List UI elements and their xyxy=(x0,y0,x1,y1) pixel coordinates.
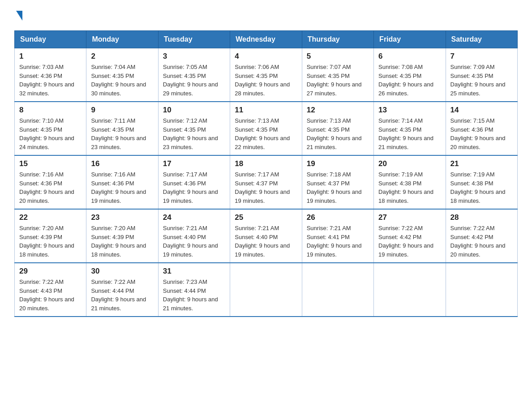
cell-day-number: 6 xyxy=(378,52,441,61)
cell-info: Sunrise: 7:16 AMSunset: 4:36 PMDaylight:… xyxy=(19,170,82,205)
cell-day-number: 3 xyxy=(163,52,225,61)
cell-day-number: 23 xyxy=(91,213,153,222)
cell-info: Sunrise: 7:03 AMSunset: 4:36 PMDaylight:… xyxy=(19,63,82,98)
cell-day-number: 7 xyxy=(450,52,513,61)
cell-day-number: 14 xyxy=(450,106,513,115)
logo-triangle-icon xyxy=(16,11,22,21)
calendar-cell xyxy=(446,263,517,317)
cell-info: Sunrise: 7:13 AMSunset: 4:35 PMDaylight:… xyxy=(307,116,369,151)
cell-day-number: 4 xyxy=(235,52,297,61)
calendar-cell: 29 Sunrise: 7:22 AMSunset: 4:43 PMDaylig… xyxy=(15,263,86,317)
cell-info: Sunrise: 7:22 AMSunset: 4:43 PMDaylight:… xyxy=(19,278,82,313)
cell-info: Sunrise: 7:22 AMSunset: 4:42 PMDaylight:… xyxy=(378,224,441,259)
cell-day-number: 25 xyxy=(235,213,297,222)
calendar-cell: 30 Sunrise: 7:22 AMSunset: 4:44 PMDaylig… xyxy=(86,263,158,317)
cell-day-number: 21 xyxy=(450,159,513,168)
cell-day-number: 8 xyxy=(19,106,82,115)
page-header xyxy=(14,11,518,21)
calendar-table: SundayMondayTuesdayWednesdayThursdayFrid… xyxy=(14,30,518,317)
calendar-cell: 7 Sunrise: 7:09 AMSunset: 4:35 PMDayligh… xyxy=(446,48,517,102)
calendar-cell: 6 Sunrise: 7:08 AMSunset: 4:35 PMDayligh… xyxy=(374,48,446,102)
calendar-week-row: 15 Sunrise: 7:16 AMSunset: 4:36 PMDaylig… xyxy=(15,155,518,209)
cell-info: Sunrise: 7:14 AMSunset: 4:35 PMDaylight:… xyxy=(378,116,441,151)
day-header-friday: Friday xyxy=(374,31,446,48)
calendar-cell: 13 Sunrise: 7:14 AMSunset: 4:35 PMDaylig… xyxy=(374,102,446,155)
day-header-thursday: Thursday xyxy=(302,31,373,48)
cell-day-number: 11 xyxy=(235,106,297,115)
calendar-week-row: 1 Sunrise: 7:03 AMSunset: 4:36 PMDayligh… xyxy=(15,48,518,102)
cell-info: Sunrise: 7:12 AMSunset: 4:35 PMDaylight:… xyxy=(163,116,225,151)
cell-day-number: 26 xyxy=(307,213,369,222)
calendar-cell xyxy=(230,263,302,317)
cell-day-number: 20 xyxy=(378,159,441,168)
cell-info: Sunrise: 7:07 AMSunset: 4:35 PMDaylight:… xyxy=(307,63,369,98)
cell-day-number: 24 xyxy=(163,213,225,222)
cell-info: Sunrise: 7:15 AMSunset: 4:36 PMDaylight:… xyxy=(450,116,513,151)
calendar-cell: 14 Sunrise: 7:15 AMSunset: 4:36 PMDaylig… xyxy=(446,102,517,155)
calendar-cell: 1 Sunrise: 7:03 AMSunset: 4:36 PMDayligh… xyxy=(15,48,86,102)
cell-info: Sunrise: 7:17 AMSunset: 4:37 PMDaylight:… xyxy=(235,170,297,205)
cell-info: Sunrise: 7:09 AMSunset: 4:35 PMDaylight:… xyxy=(450,63,513,98)
cell-day-number: 17 xyxy=(163,159,225,168)
calendar-cell: 20 Sunrise: 7:19 AMSunset: 4:38 PMDaylig… xyxy=(374,155,446,209)
cell-day-number: 22 xyxy=(19,213,82,222)
cell-day-number: 13 xyxy=(378,106,441,115)
cell-info: Sunrise: 7:11 AMSunset: 4:35 PMDaylight:… xyxy=(91,116,153,151)
calendar-cell: 17 Sunrise: 7:17 AMSunset: 4:36 PMDaylig… xyxy=(158,155,230,209)
calendar-cell: 10 Sunrise: 7:12 AMSunset: 4:35 PMDaylig… xyxy=(158,102,230,155)
calendar-cell: 24 Sunrise: 7:21 AMSunset: 4:40 PMDaylig… xyxy=(158,209,230,263)
cell-info: Sunrise: 7:20 AMSunset: 4:39 PMDaylight:… xyxy=(91,224,153,259)
cell-info: Sunrise: 7:19 AMSunset: 4:38 PMDaylight:… xyxy=(450,170,513,205)
calendar-week-row: 29 Sunrise: 7:22 AMSunset: 4:43 PMDaylig… xyxy=(15,263,518,317)
calendar-cell: 19 Sunrise: 7:18 AMSunset: 4:37 PMDaylig… xyxy=(302,155,373,209)
cell-info: Sunrise: 7:22 AMSunset: 4:44 PMDaylight:… xyxy=(91,278,153,313)
cell-info: Sunrise: 7:20 AMSunset: 4:39 PMDaylight:… xyxy=(19,224,82,259)
cell-day-number: 1 xyxy=(19,52,82,61)
cell-info: Sunrise: 7:04 AMSunset: 4:35 PMDaylight:… xyxy=(91,63,153,98)
cell-info: Sunrise: 7:22 AMSunset: 4:42 PMDaylight:… xyxy=(450,224,513,259)
calendar-cell: 11 Sunrise: 7:13 AMSunset: 4:35 PMDaylig… xyxy=(230,102,302,155)
calendar-cell: 5 Sunrise: 7:07 AMSunset: 4:35 PMDayligh… xyxy=(302,48,373,102)
calendar-cell: 18 Sunrise: 7:17 AMSunset: 4:37 PMDaylig… xyxy=(230,155,302,209)
calendar-week-row: 22 Sunrise: 7:20 AMSunset: 4:39 PMDaylig… xyxy=(15,209,518,263)
cell-day-number: 30 xyxy=(91,267,153,276)
calendar-cell: 16 Sunrise: 7:16 AMSunset: 4:36 PMDaylig… xyxy=(86,155,158,209)
cell-info: Sunrise: 7:23 AMSunset: 4:44 PMDaylight:… xyxy=(163,278,225,313)
cell-info: Sunrise: 7:05 AMSunset: 4:35 PMDaylight:… xyxy=(163,63,225,98)
cell-info: Sunrise: 7:21 AMSunset: 4:40 PMDaylight:… xyxy=(163,224,225,259)
day-header-monday: Monday xyxy=(86,31,158,48)
calendar-cell: 4 Sunrise: 7:06 AMSunset: 4:35 PMDayligh… xyxy=(230,48,302,102)
calendar-week-row: 8 Sunrise: 7:10 AMSunset: 4:35 PMDayligh… xyxy=(15,102,518,155)
calendar-cell xyxy=(302,263,373,317)
day-header-tuesday: Tuesday xyxy=(158,31,230,48)
cell-info: Sunrise: 7:10 AMSunset: 4:35 PMDaylight:… xyxy=(19,116,82,151)
calendar-cell: 21 Sunrise: 7:19 AMSunset: 4:38 PMDaylig… xyxy=(446,155,517,209)
calendar-cell: 12 Sunrise: 7:13 AMSunset: 4:35 PMDaylig… xyxy=(302,102,373,155)
day-header-wednesday: Wednesday xyxy=(230,31,302,48)
cell-day-number: 28 xyxy=(450,213,513,222)
cell-day-number: 27 xyxy=(378,213,441,222)
calendar-cell: 27 Sunrise: 7:22 AMSunset: 4:42 PMDaylig… xyxy=(374,209,446,263)
calendar-cell: 3 Sunrise: 7:05 AMSunset: 4:35 PMDayligh… xyxy=(158,48,230,102)
calendar-cell: 31 Sunrise: 7:23 AMSunset: 4:44 PMDaylig… xyxy=(158,263,230,317)
cell-day-number: 29 xyxy=(19,267,82,276)
cell-day-number: 12 xyxy=(307,106,369,115)
cell-info: Sunrise: 7:06 AMSunset: 4:35 PMDaylight:… xyxy=(235,63,297,98)
calendar-cell: 2 Sunrise: 7:04 AMSunset: 4:35 PMDayligh… xyxy=(86,48,158,102)
cell-info: Sunrise: 7:18 AMSunset: 4:37 PMDaylight:… xyxy=(307,170,369,205)
cell-day-number: 10 xyxy=(163,106,225,115)
calendar-cell: 15 Sunrise: 7:16 AMSunset: 4:36 PMDaylig… xyxy=(15,155,86,209)
cell-day-number: 2 xyxy=(91,52,153,61)
calendar-cell: 25 Sunrise: 7:21 AMSunset: 4:40 PMDaylig… xyxy=(230,209,302,263)
cell-info: Sunrise: 7:19 AMSunset: 4:38 PMDaylight:… xyxy=(378,170,441,205)
cell-info: Sunrise: 7:13 AMSunset: 4:35 PMDaylight:… xyxy=(235,116,297,151)
cell-info: Sunrise: 7:08 AMSunset: 4:35 PMDaylight:… xyxy=(378,63,441,98)
calendar-cell: 9 Sunrise: 7:11 AMSunset: 4:35 PMDayligh… xyxy=(86,102,158,155)
day-header-sunday: Sunday xyxy=(15,31,86,48)
cell-day-number: 9 xyxy=(91,106,153,115)
cell-day-number: 18 xyxy=(235,159,297,168)
cell-day-number: 31 xyxy=(163,267,225,276)
cell-info: Sunrise: 7:16 AMSunset: 4:36 PMDaylight:… xyxy=(91,170,153,205)
calendar-cell: 22 Sunrise: 7:20 AMSunset: 4:39 PMDaylig… xyxy=(15,209,86,263)
calendar-cell xyxy=(374,263,446,317)
